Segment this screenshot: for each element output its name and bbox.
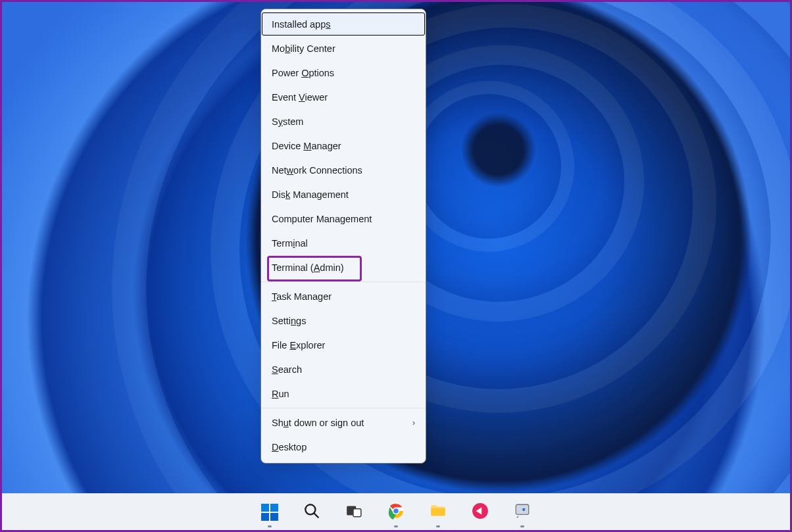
menu-item-terminal-admin[interactable]: Terminal (Admin): [261, 255, 426, 279]
menu-item-device-manager[interactable]: Device Manager: [261, 133, 426, 158]
menu-item-disk-management[interactable]: Disk Management: [261, 182, 426, 206]
running-indicator: [436, 525, 440, 527]
menu-item-system[interactable]: System: [261, 109, 426, 133]
menu-item-label: Device Manager: [272, 141, 341, 151]
menu-item-label: Network Connections: [272, 165, 362, 176]
menu-item-label: Terminal: [272, 238, 308, 249]
menu-item-label: Disk Management: [272, 189, 349, 200]
pink-circle-icon: [472, 502, 489, 522]
menu-item-power-options[interactable]: Power Options: [261, 60, 426, 85]
menu-item-label: Power Options: [272, 68, 334, 78]
menu-item-event-viewer[interactable]: Event Viewer: [261, 85, 426, 109]
menu-item-label: Event Viewer: [272, 92, 328, 103]
menu-item-label: Terminal (Admin): [272, 262, 344, 273]
windows-icon: [261, 504, 278, 521]
menu-item-terminal[interactable]: Terminal: [261, 231, 426, 255]
task-view-button[interactable]: [341, 499, 367, 525]
menu-item-label: Computer Management: [272, 214, 372, 224]
folder-icon: [430, 502, 447, 522]
menu-item-label: Shut down or sign out: [272, 418, 364, 428]
menu-item-label: File Explorer: [272, 340, 325, 351]
taskbar: [2, 493, 790, 530]
menu-item-search[interactable]: Search: [261, 357, 426, 381]
start-button[interactable]: [257, 499, 283, 525]
chrome-icon: [387, 502, 405, 522]
menu-item-task-manager[interactable]: Task Manager: [261, 284, 426, 308]
menu-item-file-explorer[interactable]: File Explorer: [261, 333, 426, 357]
menu-item-label: Settings: [272, 316, 306, 326]
menu-item-network-connections[interactable]: Network Connections: [261, 158, 426, 182]
snip-icon: [514, 502, 531, 522]
running-indicator: [394, 525, 398, 527]
menu-item-mobility-center[interactable]: Mobility Center: [261, 36, 426, 60]
menu-item-desktop[interactable]: Desktop: [261, 435, 426, 459]
search-button[interactable]: [299, 499, 325, 525]
menu-item-label: Desktop: [272, 442, 307, 452]
menu-item-label: System: [272, 116, 303, 127]
menu-item-installed-apps[interactable]: Installed apps: [261, 12, 426, 36]
search-icon: [303, 502, 320, 522]
menu-item-run[interactable]: Run: [261, 381, 426, 406]
menu-item-label: Installed apps: [272, 19, 330, 30]
menu-separator: [261, 408, 426, 408]
menu-item-computer-management[interactable]: Computer Management: [261, 206, 426, 231]
menu-item-label: Mobility Center: [272, 43, 335, 54]
running-indicator: [520, 525, 524, 527]
svg-line-2: [314, 513, 318, 517]
file-explorer-button[interactable]: [425, 499, 451, 525]
svg-rect-4: [353, 508, 361, 516]
chevron-right-icon: ›: [412, 418, 415, 427]
menu-separator: [261, 281, 426, 282]
chrome-button[interactable]: [383, 499, 409, 525]
menu-item-shut-down-or-sign-out[interactable]: Shut down or sign out›: [261, 410, 426, 435]
svg-point-10: [522, 508, 525, 510]
menu-item-label: Run: [272, 389, 289, 399]
snipping-tool-button[interactable]: [509, 499, 535, 525]
running-indicator: [268, 525, 272, 527]
picsart-button[interactable]: [467, 499, 493, 525]
winx-context-menu[interactable]: Installed appsMobility CenterPower Optio…: [260, 9, 426, 464]
task-view-icon: [345, 502, 362, 522]
menu-item-label: Task Manager: [272, 291, 332, 302]
menu-item-label: Search: [272, 364, 302, 375]
menu-item-settings[interactable]: Settings: [261, 308, 426, 333]
